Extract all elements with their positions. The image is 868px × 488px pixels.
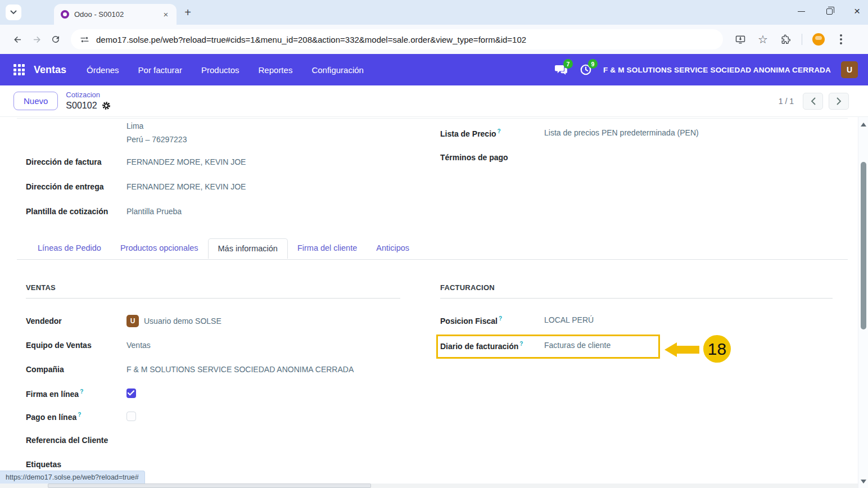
field-label: Dirección de factura xyxy=(26,157,126,166)
horizontal-scrollbar-thumb[interactable] xyxy=(48,484,371,488)
tab-title: Odoo - S00102 xyxy=(74,10,161,19)
activities-button[interactable]: 9 xyxy=(578,62,593,77)
close-window-icon[interactable]: × xyxy=(854,6,860,16)
quotation-template-value[interactable]: Plantilla Prueba xyxy=(126,207,182,216)
horizontal-scrollbar[interactable] xyxy=(0,484,858,488)
pager-counter: 1 / 1 xyxy=(779,97,794,106)
field-label: Equipo de Ventas xyxy=(26,341,126,350)
bookmark-button[interactable]: ☆ xyxy=(753,30,772,49)
tabs-divider xyxy=(17,259,848,260)
company-value[interactable]: F & M SOLUTIONS SERVICE SOCIEDAD ANONIMA… xyxy=(126,365,354,374)
kebab-menu-icon xyxy=(840,34,842,44)
tab-lineas-de-pedido[interactable]: Líneas de Pedido xyxy=(28,238,111,259)
pager-previous-button[interactable] xyxy=(803,93,823,110)
ventas-section-title: VENTAS xyxy=(26,283,56,292)
annotation-arrow-icon xyxy=(664,342,677,357)
record-name: S00102 xyxy=(66,100,97,111)
window-controls: × xyxy=(798,0,860,22)
back-button[interactable] xyxy=(8,30,27,49)
url-text[interactable]: demo17.solse.pe/web?reload=true#cids=1&m… xyxy=(96,35,526,44)
pager-next-button[interactable] xyxy=(829,93,849,110)
extensions-button[interactable] xyxy=(776,30,795,49)
menu-configuracion[interactable]: Configuración xyxy=(311,65,364,75)
chevron-down-icon xyxy=(10,10,17,15)
profile-button[interactable] xyxy=(809,30,828,49)
tab-close-icon[interactable]: × xyxy=(161,10,171,20)
app-name[interactable]: Ventas xyxy=(34,64,66,76)
systray: 7 9 F & M SOLUTIONS SERVICE SOCIEDAD ANO… xyxy=(554,61,858,78)
vertical-scrollbar-thumb[interactable] xyxy=(861,162,866,329)
browser-menu-button[interactable] xyxy=(831,30,851,49)
salesperson-value[interactable]: Usuario demo SOLSE xyxy=(144,317,221,326)
odoo-navbar: Ventas Órdenes Por facturar Productos Re… xyxy=(0,54,868,85)
menu-reportes[interactable]: Reportes xyxy=(259,65,293,75)
field-row: Dirección de factura FERNANDEZ MORE, KEV… xyxy=(26,157,246,166)
help-question-mark: ? xyxy=(498,128,501,134)
sheet-top-divider xyxy=(17,118,848,119)
field-row: Vendedor U Usuario demo SOLSE xyxy=(26,315,221,327)
scroll-up-arrow-icon[interactable] xyxy=(861,123,866,126)
tab-productos-opcionales[interactable]: Productos opcionales xyxy=(111,238,208,259)
help-question-mark: ? xyxy=(78,412,81,418)
install-icon xyxy=(735,34,746,45)
tab-mas-informacion[interactable]: Más información xyxy=(208,238,288,259)
menu-por-facturar[interactable]: Por facturar xyxy=(138,65,182,75)
ventas-section-rule xyxy=(26,298,400,299)
browser-toolbar: demo17.solse.pe/web?reload=true#cids=1&m… xyxy=(0,25,868,54)
tab-firma-del-cliente[interactable]: Firma del cliente xyxy=(288,238,367,259)
site-settings-icon[interactable] xyxy=(80,35,89,44)
help-question-mark: ? xyxy=(499,315,502,322)
field-row: Dirección de entrega FERNANDEZ MORE, KEV… xyxy=(26,182,246,191)
user-avatar[interactable]: U xyxy=(841,61,858,78)
apps-grid-icon[interactable] xyxy=(13,64,25,75)
field-row: Términos de pago xyxy=(440,153,544,162)
back-arrow-icon xyxy=(12,34,23,45)
field-label: Compañia xyxy=(26,365,126,374)
annotation-highlight-box xyxy=(436,335,660,359)
field-row: Lista de Precio? Lista de precios PEN pr… xyxy=(440,128,699,138)
tab-search-button[interactable] xyxy=(6,4,21,20)
minimize-icon[interactable] xyxy=(798,11,805,12)
toolbar-actions: ☆ xyxy=(731,30,851,49)
notebook-tabs: Líneas de Pedido Productos opcionales Má… xyxy=(28,238,419,259)
control-panel: Nuevo Cotizacion S00102 1 / 1 xyxy=(0,85,868,117)
menu-ordenes[interactable]: Órdenes xyxy=(87,65,119,75)
menu-productos[interactable]: Productos xyxy=(201,65,239,75)
app-menus: Órdenes Por facturar Productos Reportes … xyxy=(87,65,364,75)
company-switcher[interactable]: F & M SOLUTIONS SERVICE SOCIEDAD ANONIMA… xyxy=(603,66,831,74)
new-button[interactable]: Nuevo xyxy=(13,92,58,110)
url-bar[interactable]: demo17.solse.pe/web?reload=true#cids=1&m… xyxy=(71,29,723,49)
online-signature-checkbox[interactable] xyxy=(126,388,136,398)
breadcrumb-parent[interactable]: Cotizacion xyxy=(66,91,110,100)
profile-avatar-icon xyxy=(812,33,825,46)
sales-team-value[interactable]: Ventas xyxy=(126,341,151,350)
puzzle-icon xyxy=(780,34,791,45)
forward-button[interactable] xyxy=(27,30,46,49)
field-label: Referencia del Cliente xyxy=(26,436,108,445)
install-app-button[interactable] xyxy=(731,30,750,49)
help-question-mark: ? xyxy=(80,388,83,395)
vertical-scrollbar[interactable] xyxy=(858,117,868,488)
address-city: Lima xyxy=(126,119,187,133)
online-payment-checkbox[interactable] xyxy=(126,412,136,421)
delivery-address-value[interactable]: FERNANDEZ MORE, KEVIN JOE xyxy=(126,182,246,191)
messages-badge: 7 xyxy=(563,59,573,69)
fiscal-position-value[interactable]: LOCAL PERÚ xyxy=(544,315,594,324)
tab-anticipos[interactable]: Anticipos xyxy=(367,238,419,259)
scroll-down-arrow-icon[interactable] xyxy=(861,480,866,484)
field-label: Lista de Precio xyxy=(440,129,496,138)
checkmark-icon xyxy=(128,390,134,396)
field-row: Compañia F & M SOLUTIONS SERVICE SOCIEDA… xyxy=(26,365,354,374)
reload-button[interactable] xyxy=(46,30,65,49)
messages-button[interactable]: 7 xyxy=(554,62,568,77)
invoice-address-value[interactable]: FERNANDEZ MORE, KEVIN JOE xyxy=(126,157,246,166)
restore-icon[interactable] xyxy=(826,8,833,15)
customer-address: Lima Perú – 76297223 xyxy=(126,119,187,146)
browser-tab-active[interactable]: Odoo - S00102 × xyxy=(54,4,177,25)
pricelist-value[interactable]: Lista de precios PEN predeterminada (PEN… xyxy=(544,128,699,137)
annotation-step-badge: 18 xyxy=(703,335,731,363)
browser-tab-strip: Odoo - S00102 × + × xyxy=(0,0,868,25)
new-tab-button[interactable]: + xyxy=(181,6,195,20)
gear-icon[interactable] xyxy=(102,101,111,110)
toolbar-divider xyxy=(802,34,802,45)
